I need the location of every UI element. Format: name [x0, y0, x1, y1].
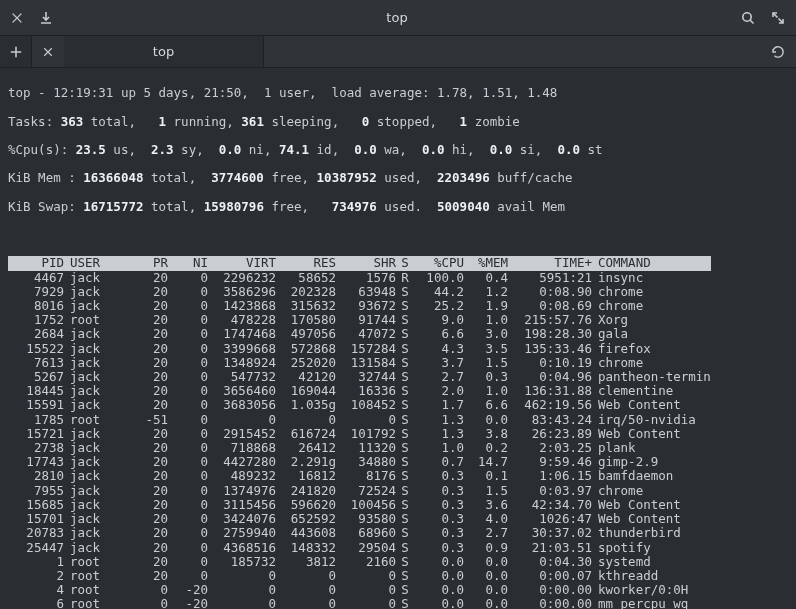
cell-cmd: gala — [592, 327, 711, 341]
cell-user: root — [64, 569, 128, 583]
cell-virt: 4368516 — [208, 541, 276, 555]
cell-cmd: thunderbird — [592, 526, 711, 540]
col-user: USER — [64, 256, 128, 270]
cell-s: S — [396, 455, 414, 469]
cell-virt: 547732 — [208, 370, 276, 384]
cell-user: jack — [64, 541, 128, 555]
cell-res: 2.291g — [276, 455, 336, 469]
top-summary-mem: KiB Mem : 16366048 total, 3774600 free, … — [8, 171, 788, 185]
cell-s: S — [396, 441, 414, 455]
cell-mem: 1.5 — [464, 484, 508, 498]
cell-time: 0:03.97 — [508, 484, 592, 498]
terminal-output[interactable]: top - 12:19:31 up 5 days, 21:50, 1 user,… — [0, 68, 796, 609]
cell-res: 58652 — [276, 271, 336, 285]
cell-cpu: 1.3 — [414, 413, 464, 427]
cell-pr: 20 — [128, 541, 168, 555]
cell-pr: 20 — [128, 569, 168, 583]
cell-cmd: chrome — [592, 484, 711, 498]
cell-s: S — [396, 512, 414, 526]
cell-pid: 17743 — [8, 455, 64, 469]
cell-virt: 2759940 — [208, 526, 276, 540]
maximize-icon[interactable] — [770, 10, 786, 26]
cell-pid: 2810 — [8, 469, 64, 483]
window-close-icon[interactable] — [10, 11, 24, 25]
cell-user: root — [64, 413, 128, 427]
cell-cmd: mm_percpu_wq — [592, 597, 711, 609]
download-icon[interactable] — [38, 10, 54, 26]
cell-shr: 68960 — [336, 526, 396, 540]
cell-pr: -51 — [128, 413, 168, 427]
cell-time: 1026:47 — [508, 512, 592, 526]
cell-shr: 16336 — [336, 384, 396, 398]
cell-virt: 1423868 — [208, 299, 276, 313]
cell-s: S — [396, 313, 414, 327]
process-row: 17743jack20044272802.291g34880S0.714.79:… — [8, 455, 711, 469]
cell-res: 616724 — [276, 427, 336, 441]
tab-top[interactable]: top — [64, 36, 264, 67]
cell-cmd: Web Content — [592, 498, 711, 512]
cell-cmd: Web Content — [592, 512, 711, 526]
top-summary-cpu: %Cpu(s): 23.5 us, 2.3 sy, 0.0 ni, 74.1 i… — [8, 143, 788, 157]
cell-user: jack — [64, 526, 128, 540]
col-virt: VIRT — [208, 256, 276, 270]
cell-cpu: 100.0 — [414, 271, 464, 285]
cell-cpu: 0.3 — [414, 469, 464, 483]
cell-virt: 2296232 — [208, 271, 276, 285]
cell-mem: 3.0 — [464, 327, 508, 341]
cell-mem: 0.0 — [464, 583, 508, 597]
cell-mem: 6.6 — [464, 398, 508, 412]
process-row: 2810jack200489232168128176S0.30.11:06.15… — [8, 469, 711, 483]
cell-mem: 0.1 — [464, 469, 508, 483]
cell-mem: 0.9 — [464, 541, 508, 555]
cell-virt: 3683056 — [208, 398, 276, 412]
close-tab-button[interactable] — [32, 36, 64, 67]
cell-user: jack — [64, 384, 128, 398]
cell-virt: 1348924 — [208, 356, 276, 370]
cell-pid: 4467 — [8, 271, 64, 285]
history-icon[interactable] — [770, 44, 786, 60]
cell-pr: 20 — [128, 455, 168, 469]
cell-ni: 0 — [168, 441, 208, 455]
cell-s: S — [396, 413, 414, 427]
cell-mem: 2.7 — [464, 526, 508, 540]
cell-mem: 0.0 — [464, 569, 508, 583]
cell-pid: 2 — [8, 569, 64, 583]
cell-shr: 32744 — [336, 370, 396, 384]
new-tab-button[interactable] — [0, 36, 32, 67]
cell-pr: 20 — [128, 427, 168, 441]
process-row: 8016jack200142386831563293672S25.21.90:0… — [8, 299, 711, 313]
cell-cmd: kworker/0:0H — [592, 583, 711, 597]
cell-cmd: Xorg — [592, 313, 711, 327]
process-row: 15522jack2003399668572868157284S4.33.513… — [8, 342, 711, 356]
cell-shr: 93580 — [336, 512, 396, 526]
top-summary-uptime: top - 12:19:31 up 5 days, 21:50, 1 user,… — [8, 86, 788, 100]
cell-pr: 20 — [128, 313, 168, 327]
cell-shr: 11320 — [336, 441, 396, 455]
col-shr: SHR — [336, 256, 396, 270]
cell-shr: 72524 — [336, 484, 396, 498]
col-state: S — [396, 256, 414, 270]
cell-pr: 20 — [128, 469, 168, 483]
process-row: 2738jack2007188682641211320S1.00.22:03.2… — [8, 441, 711, 455]
cell-time: 0:00.00 — [508, 597, 592, 609]
cell-pid: 7613 — [8, 356, 64, 370]
cell-pr: 20 — [128, 384, 168, 398]
cell-cpu: 1.0 — [414, 441, 464, 455]
cell-pid: 15721 — [8, 427, 64, 441]
search-icon[interactable] — [740, 10, 756, 26]
cell-user: jack — [64, 342, 128, 356]
col-time: TIME+ — [508, 256, 592, 270]
cell-s: S — [396, 327, 414, 341]
cell-res: 0 — [276, 413, 336, 427]
cell-ni: 0 — [168, 526, 208, 540]
cell-time: 5951:21 — [508, 271, 592, 285]
cell-virt: 489232 — [208, 469, 276, 483]
cell-cpu: 25.2 — [414, 299, 464, 313]
cell-cpu: 0.0 — [414, 569, 464, 583]
cell-user: jack — [64, 484, 128, 498]
cell-res: 0 — [276, 583, 336, 597]
process-row: 1root20018573238122160S0.00.00:04.30syst… — [8, 555, 711, 569]
cell-res: 497056 — [276, 327, 336, 341]
cell-pr: 20 — [128, 356, 168, 370]
cell-pr: 20 — [128, 271, 168, 285]
